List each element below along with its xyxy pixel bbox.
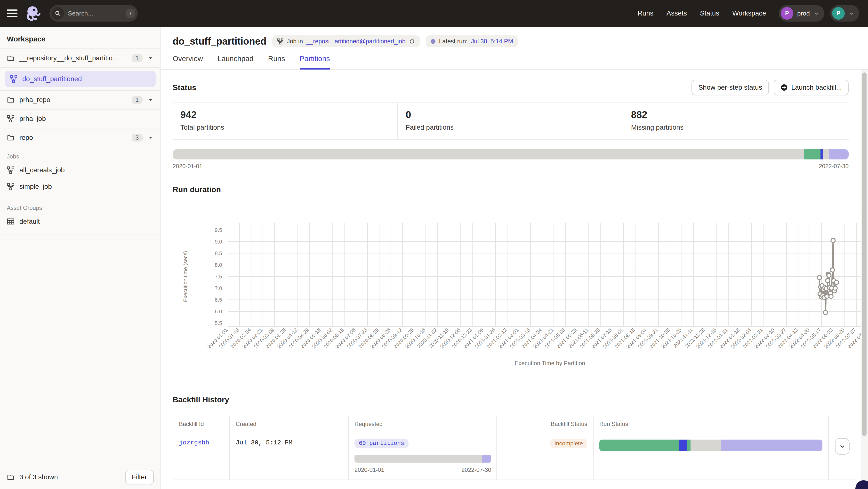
deployment-switcher[interactable]: P prod [779,5,824,22]
run-status-segment-green [656,439,679,451]
run-duration-point[interactable] [835,280,839,284]
run-duration-point[interactable] [817,275,822,280]
latest-run-tag: Latest run: Jul 30, 5:14 PM [426,35,518,47]
run-duration-point[interactable] [829,294,833,298]
run-status-segment-green [687,439,690,451]
top-navigation-bar: / RunsAssetsStatusWorkspace P prod P [0,0,868,27]
run-status-segment-green [599,439,656,451]
run-status-segment-lavender [764,439,823,451]
run-status-bar[interactable] [599,439,823,451]
search-box[interactable]: / [50,5,138,22]
hamburger-menu-icon[interactable] [7,9,18,17]
run-duration-point[interactable] [826,279,830,283]
stat-failed-partitions: 0Failed partitions [398,103,623,139]
sidebar-item-label: repo [20,134,127,141]
requested-bar-segment-gray [354,455,482,463]
stat-label: Missing partitions [631,124,841,131]
partition-range-start: 2020-01-01 [173,163,203,170]
stat-missing-partitions: 882Missing partitions [623,103,848,139]
tab-partitions[interactable]: Partitions [300,55,330,69]
stat-total-partitions: 942Total partitions [173,103,398,139]
topnav-workspace[interactable]: Workspace [732,9,766,17]
sidebar-title: Workspace [0,27,160,48]
sidebar-footer: 3 of 3 shown Filter [0,465,160,489]
stat-value: 942 [180,109,390,120]
app-window: / RunsAssetsStatusWorkspace P prod P Wor… [0,0,868,489]
show-per-step-status-button[interactable]: Show per-step status [691,80,769,95]
partition-bar-segment-gray [823,149,829,159]
status-section-title: Status [173,83,196,92]
search-input[interactable] [67,9,123,18]
folder-icon [7,54,14,62]
partition-bar-segment-blue [820,149,823,159]
page-title: do_stuff_partitioned [173,36,267,47]
tab-launchpad[interactable]: Launchpad [217,55,253,69]
run-status-segment-blue [679,439,687,451]
y-tick-label: 7.0 [215,285,222,291]
item-count-badge: 1 [132,96,143,104]
run-duration-point[interactable] [831,238,835,242]
topnav-status[interactable]: Status [700,9,719,17]
requested-range-start: 2020-01-01 [354,466,384,473]
tab-overview[interactable]: Overview [173,55,203,69]
search-icon [52,7,64,20]
run-duration-chart: 2020-01-012020-01-182020-02-042020-02-21… [179,220,868,371]
jobs-section-label: Jobs [0,147,160,162]
filter-button[interactable]: Filter [125,470,154,484]
run-duration-point[interactable] [827,273,831,278]
y-tick-label: 7.5 [215,273,222,280]
topnav-assets[interactable]: Assets [666,9,687,17]
sidebar-item-label: do_stuff_partitioned [22,75,151,83]
requested-range-end: 2022-07-30 [461,466,491,473]
sidebar-repo-prha-repo[interactable]: prha_repo1 [0,91,160,109]
job-origin-tag: Job in __reposi...artitioned@partitioned… [272,35,420,47]
chevron-down-icon [839,443,845,450]
backfill-id-link[interactable]: jozrgsbh [179,439,209,446]
job-origin-prefix: Job in [287,38,303,45]
asset-group-icon [7,218,14,225]
latest-run-link[interactable]: Jul 30, 5:14 PM [471,38,513,45]
sidebar-repo-repo[interactable]: repo3 [0,128,160,147]
sidebar-job-do-stuff-partitioned[interactable]: do_stuff_partitioned [5,71,156,87]
launch-backfill-button[interactable]: Launch backfill... [774,80,848,95]
sidebar-job-all_cereals_job[interactable]: all_cereals_job [0,162,160,178]
run-status-dot [431,39,435,44]
tab-runs[interactable]: Runs [268,55,285,69]
folder-icon [7,473,14,481]
vertical-scrollbar[interactable] [861,70,868,489]
run-duration-point[interactable] [830,268,835,272]
sidebar-job-prha-job[interactable]: prha_job [0,109,160,128]
asset-groups-list: default [0,213,160,230]
run-duration-point[interactable] [833,286,837,290]
requested-partitions-badge[interactable]: 60 partitions [354,438,408,448]
job-icon [10,75,18,83]
topnav-runs[interactable]: Runs [638,9,653,17]
sidebar-asset-group-default[interactable]: default [0,213,160,230]
y-tick-label: 9.5 [215,227,222,233]
row-expand-button[interactable] [835,438,849,455]
job-icon [277,38,283,44]
sidebar-item-label: prha_repo [20,96,127,104]
x-axis-title: Execution Time by Partition [515,360,585,366]
sidebar-item-label: __repository__do_stuff_partitio... [20,54,127,62]
partition-status-bar[interactable] [173,149,848,159]
dagster-logo-icon[interactable] [24,5,42,22]
workspace-list: __repository__do_stuff_partitio...1do_st… [0,48,160,147]
caret-down-icon[interactable] [147,55,154,61]
job-origin-link[interactable]: __reposi...artitioned@partitioned_job [306,38,405,45]
y-tick-label: 6.0 [215,308,222,315]
column-header-run-status: Run Status [593,416,829,432]
reload-icon[interactable] [409,38,415,44]
sidebar-job-simple_job[interactable]: simple_job [0,178,160,195]
caret-down-icon[interactable] [147,134,154,141]
asset-groups-section-label: Asset Groups [0,199,160,213]
column-header-backfill-status: Backfill Status [497,416,593,432]
scrollbar-thumb[interactable] [862,72,867,436]
column-header-created: Created [230,416,349,432]
user-menu[interactable]: P [830,5,859,22]
job-icon [7,183,14,191]
run-duration-point[interactable] [824,311,828,315]
deployment-label: prod [797,10,810,17]
sidebar-repo-repository-do-stuff-partitio[interactable]: __repository__do_stuff_partitio...1 [0,49,160,68]
caret-down-icon[interactable] [147,97,154,103]
